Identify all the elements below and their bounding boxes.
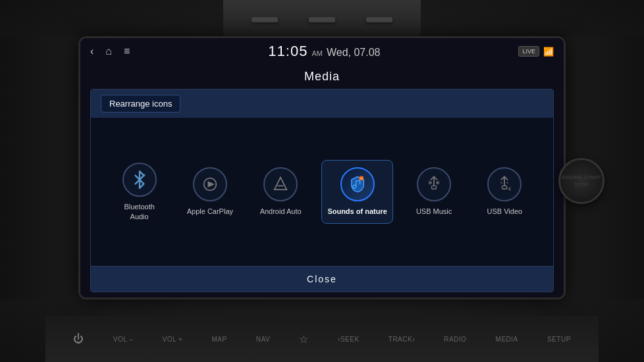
icons-grid: BluetoothAudio Apple CarPlay <box>91 118 553 266</box>
apple-carplay-label: Apple CarPlay <box>187 207 233 216</box>
close-button[interactable]: Close <box>91 266 553 292</box>
media-label: MEDIA <box>496 336 518 343</box>
android-auto-item[interactable]: Android Auto <box>251 161 310 222</box>
status-bar: ‹ ⌂ ≡ 11:05 AM Wed, 07.08 LIVE 📶 <box>80 38 564 65</box>
carplay-icon-bg <box>193 167 227 201</box>
setup-button[interactable]: SETUP <box>547 336 571 343</box>
sounds-of-nature-label: Sounds of nature <box>327 207 387 216</box>
menu-button[interactable]: ≡ <box>124 45 130 57</box>
apple-carplay-item[interactable]: Apple CarPlay <box>180 161 240 222</box>
star-button[interactable]: ☆ <box>299 333 309 346</box>
vent-slot <box>252 17 278 22</box>
media-dialog: Rearrange icons BluetoothAudio <box>90 89 554 292</box>
rearrange-header: Rearrange icons <box>91 90 553 118</box>
power-icon: ⏻ <box>73 333 84 345</box>
vol-plus-label: VOL + <box>162 336 182 343</box>
vol-minus-button[interactable]: VOL – <box>113 336 133 343</box>
nav-label: NAV <box>256 336 270 343</box>
home-button[interactable]: ⌂ <box>105 45 112 57</box>
clock-area: 11:05 AM Wed, 07.08 <box>268 43 380 60</box>
signal-icon: 📶 <box>543 47 554 57</box>
engine-start-stop-button[interactable]: ENGINE START STOP <box>558 158 604 204</box>
media-button[interactable]: MEDIA <box>496 336 518 343</box>
usb-video-icon-bg <box>487 167 522 201</box>
vent-slot <box>366 17 392 22</box>
map-label: MAP <box>211 336 227 343</box>
clock-time: 11:05 <box>268 43 308 60</box>
android-auto-label: Android Auto <box>260 207 302 216</box>
usb-video-icon <box>495 175 514 194</box>
carplay-icon <box>201 175 219 194</box>
nav-controls: ‹ ⌂ ≡ <box>90 45 130 57</box>
svg-point-0 <box>142 174 146 177</box>
nature-icon-bg <box>340 167 375 201</box>
usb-video-label: USB Video <box>487 207 523 216</box>
vent-slot <box>309 17 335 22</box>
track-forward-button[interactable]: TRACK› <box>389 336 415 343</box>
status-icons: LIVE 📶 <box>518 46 554 57</box>
start-stop-label: ENGINE START STOP <box>560 174 603 188</box>
screen: ‹ ⌂ ≡ 11:05 AM Wed, 07.08 LIVE 📶 Media <box>80 38 564 297</box>
nature-icon <box>348 175 367 194</box>
usb-music-item[interactable]: USB Music <box>404 161 464 222</box>
live-badge: LIVE <box>518 46 539 57</box>
usb-video-item[interactable]: USB Video <box>475 161 534 222</box>
bluetooth-audio-icon-bg <box>122 163 157 197</box>
seek-back-button[interactable]: ‹SEEK <box>338 336 360 343</box>
clock-date: Wed, 07.08 <box>327 47 381 59</box>
screen-bezel: ‹ ⌂ ≡ 11:05 AM Wed, 07.08 LIVE 📶 Media <box>78 36 566 299</box>
usb-music-label: USB Music <box>416 207 452 216</box>
radio-button[interactable]: RADIO <box>444 336 466 343</box>
vol-plus-button[interactable]: VOL + <box>162 336 182 343</box>
svg-marker-2 <box>207 182 215 188</box>
top-vent <box>223 0 421 39</box>
star-icon: ☆ <box>299 333 309 346</box>
left-panel <box>0 36 78 299</box>
close-label: Close <box>307 274 337 284</box>
seek-back-label: ‹SEEK <box>338 336 360 343</box>
nav-button[interactable]: NAV <box>256 336 270 343</box>
media-title-bar: Media <box>90 70 554 84</box>
android-icon-bg <box>263 167 298 201</box>
bluetooth-icon <box>130 170 149 189</box>
bluetooth-audio-item[interactable]: BluetoothAudio <box>110 156 169 228</box>
track-forward-label: TRACK› <box>389 336 415 343</box>
main-content: Media Rearrange icons <box>80 65 564 297</box>
bottom-buttons-bar: ⏻ VOL – VOL + MAP NAV ☆ ‹SEEK TRACK› RAD… <box>45 316 599 362</box>
media-title: Media <box>304 70 340 83</box>
back-button[interactable]: ‹ <box>90 45 94 57</box>
vol-minus-label: VOL – <box>113 336 133 343</box>
power-button[interactable]: ⏻ <box>73 333 84 345</box>
svg-marker-12 <box>508 187 511 192</box>
usb-music-icon <box>425 175 443 194</box>
bluetooth-audio-label: BluetoothAudio <box>124 202 154 221</box>
usb-music-icon-bg <box>417 167 451 201</box>
android-icon <box>271 175 290 194</box>
setup-label: SETUP <box>547 336 571 343</box>
radio-label: RADIO <box>444 336 466 343</box>
map-button[interactable]: MAP <box>211 336 227 343</box>
clock-ampm: AM <box>311 49 323 57</box>
sounds-of-nature-item[interactable]: Sounds of nature <box>321 160 392 223</box>
rearrange-label[interactable]: Rearrange icons <box>101 95 180 113</box>
